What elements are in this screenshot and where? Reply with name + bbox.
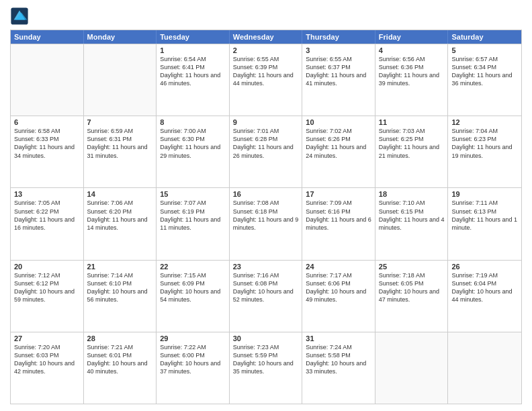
day-number: 22: [160, 263, 226, 271]
day-info: Sunrise: 7:21 AM Sunset: 6:01 PM Dayligh…: [87, 343, 153, 376]
calendar-body: 1Sunrise: 6:54 AM Sunset: 6:41 PM Daylig…: [11, 44, 521, 404]
calendar-cell: 18Sunrise: 7:10 AM Sunset: 6:15 PM Dayli…: [375, 188, 449, 259]
calendar-cell: 4Sunrise: 6:56 AM Sunset: 6:36 PM Daylig…: [375, 44, 449, 116]
day-info: Sunrise: 6:58 AM Sunset: 6:33 PM Dayligh…: [14, 127, 80, 160]
logo-icon: [10, 7, 29, 26]
calendar-cell: 13Sunrise: 7:05 AM Sunset: 6:22 PM Dayli…: [11, 188, 84, 259]
day-info: Sunrise: 7:10 AM Sunset: 6:15 PM Dayligh…: [379, 199, 445, 232]
day-number: 10: [306, 118, 371, 126]
day-number: 16: [233, 190, 299, 198]
day-number: 12: [451, 118, 518, 126]
day-number: 23: [233, 263, 299, 271]
calendar-cell: 23Sunrise: 7:16 AM Sunset: 6:08 PM Dayli…: [230, 261, 303, 332]
day-info: Sunrise: 7:05 AM Sunset: 6:22 PM Dayligh…: [14, 199, 80, 232]
day-info: Sunrise: 7:08 AM Sunset: 6:18 PM Dayligh…: [233, 199, 299, 232]
day-info: Sunrise: 7:00 AM Sunset: 6:30 PM Dayligh…: [160, 127, 226, 160]
calendar-cell: 2Sunrise: 6:55 AM Sunset: 6:39 PM Daylig…: [230, 44, 303, 116]
day-info: Sunrise: 7:06 AM Sunset: 6:20 PM Dayligh…: [87, 199, 153, 232]
day-info: Sunrise: 7:11 AM Sunset: 6:13 PM Dayligh…: [451, 199, 518, 232]
calendar-cell: 28Sunrise: 7:21 AM Sunset: 6:01 PM Dayli…: [84, 332, 157, 404]
day-number: 13: [14, 190, 80, 198]
calendar-row-1: 1Sunrise: 6:54 AM Sunset: 6:41 PM Daylig…: [11, 44, 521, 116]
day-number: 1: [160, 46, 226, 54]
day-number: 20: [14, 263, 80, 271]
day-number: 2: [233, 46, 299, 54]
day-of-week-tuesday: Tuesday: [157, 30, 230, 44]
day-number: 3: [306, 46, 371, 54]
day-info: Sunrise: 7:17 AM Sunset: 6:06 PM Dayligh…: [306, 271, 371, 304]
day-info: Sunrise: 7:04 AM Sunset: 6:23 PM Dayligh…: [451, 127, 518, 160]
day-info: Sunrise: 7:24 AM Sunset: 5:58 PM Dayligh…: [306, 343, 371, 376]
day-number: 14: [87, 190, 153, 198]
calendar-cell: 20Sunrise: 7:12 AM Sunset: 6:12 PM Dayli…: [11, 261, 84, 332]
day-number: 17: [306, 190, 371, 198]
calendar-cell: [11, 44, 84, 116]
calendar-cell: 16Sunrise: 7:08 AM Sunset: 6:18 PM Dayli…: [230, 188, 303, 259]
calendar-cell: 30Sunrise: 7:23 AM Sunset: 5:59 PM Dayli…: [230, 332, 303, 404]
day-number: 25: [379, 263, 445, 271]
calendar-cell: [375, 332, 449, 404]
calendar-row-3: 13Sunrise: 7:05 AM Sunset: 6:22 PM Dayli…: [11, 187, 521, 259]
calendar-cell: 26Sunrise: 7:19 AM Sunset: 6:04 PM Dayli…: [448, 261, 521, 332]
day-info: Sunrise: 7:12 AM Sunset: 6:12 PM Dayligh…: [14, 271, 80, 304]
day-number: 24: [306, 263, 371, 271]
day-number: 19: [451, 190, 518, 198]
day-of-week-wednesday: Wednesday: [230, 30, 303, 44]
calendar-cell: 29Sunrise: 7:22 AM Sunset: 6:00 PM Dayli…: [157, 332, 230, 404]
day-of-week-sunday: Sunday: [11, 30, 84, 44]
calendar-row-2: 6Sunrise: 6:58 AM Sunset: 6:33 PM Daylig…: [11, 116, 521, 187]
calendar-cell: [448, 332, 521, 404]
day-number: 21: [87, 263, 153, 271]
header: [10, 7, 522, 26]
day-info: Sunrise: 7:01 AM Sunset: 6:28 PM Dayligh…: [233, 127, 299, 160]
day-number: 29: [160, 334, 226, 342]
day-info: Sunrise: 7:03 AM Sunset: 6:25 PM Dayligh…: [379, 127, 445, 160]
calendar-cell: 1Sunrise: 6:54 AM Sunset: 6:41 PM Daylig…: [157, 44, 230, 116]
calendar-cell: [84, 44, 157, 116]
day-info: Sunrise: 7:02 AM Sunset: 6:26 PM Dayligh…: [306, 127, 371, 160]
calendar-cell: 8Sunrise: 7:00 AM Sunset: 6:30 PM Daylig…: [157, 116, 230, 187]
calendar-cell: 5Sunrise: 6:57 AM Sunset: 6:34 PM Daylig…: [448, 44, 521, 116]
day-of-week-saturday: Saturday: [448, 30, 521, 44]
day-info: Sunrise: 7:14 AM Sunset: 6:10 PM Dayligh…: [87, 271, 153, 304]
calendar-row-4: 20Sunrise: 7:12 AM Sunset: 6:12 PM Dayli…: [11, 260, 521, 332]
calendar-cell: 10Sunrise: 7:02 AM Sunset: 6:26 PM Dayli…: [302, 116, 375, 187]
calendar-cell: 17Sunrise: 7:09 AM Sunset: 6:16 PM Dayli…: [302, 188, 375, 259]
day-of-week-monday: Monday: [84, 30, 157, 44]
day-info: Sunrise: 6:59 AM Sunset: 6:31 PM Dayligh…: [87, 127, 153, 160]
calendar-row-5: 27Sunrise: 7:20 AM Sunset: 6:03 PM Dayli…: [11, 332, 521, 404]
day-info: Sunrise: 7:22 AM Sunset: 6:00 PM Dayligh…: [160, 343, 226, 376]
day-number: 6: [14, 118, 80, 126]
calendar: SundayMondayTuesdayWednesdayThursdayFrid…: [10, 30, 522, 404]
day-info: Sunrise: 7:20 AM Sunset: 6:03 PM Dayligh…: [14, 343, 80, 376]
page: SundayMondayTuesdayWednesdayThursdayFrid…: [0, 0, 532, 411]
calendar-cell: 12Sunrise: 7:04 AM Sunset: 6:23 PM Dayli…: [448, 116, 521, 187]
day-info: Sunrise: 7:09 AM Sunset: 6:16 PM Dayligh…: [306, 199, 371, 232]
day-of-week-thursday: Thursday: [302, 30, 375, 44]
day-number: 7: [87, 118, 153, 126]
day-number: 9: [233, 118, 299, 126]
calendar-cell: 9Sunrise: 7:01 AM Sunset: 6:28 PM Daylig…: [230, 116, 303, 187]
calendar-cell: 14Sunrise: 7:06 AM Sunset: 6:20 PM Dayli…: [84, 188, 157, 259]
day-info: Sunrise: 7:16 AM Sunset: 6:08 PM Dayligh…: [233, 271, 299, 304]
day-number: 31: [306, 334, 371, 342]
day-info: Sunrise: 7:15 AM Sunset: 6:09 PM Dayligh…: [160, 271, 226, 304]
day-number: 26: [451, 263, 518, 271]
day-number: 11: [379, 118, 445, 126]
calendar-cell: 19Sunrise: 7:11 AM Sunset: 6:13 PM Dayli…: [448, 188, 521, 259]
calendar-cell: 22Sunrise: 7:15 AM Sunset: 6:09 PM Dayli…: [157, 261, 230, 332]
calendar-cell: 15Sunrise: 7:07 AM Sunset: 6:19 PM Dayli…: [157, 188, 230, 259]
day-info: Sunrise: 6:57 AM Sunset: 6:34 PM Dayligh…: [451, 55, 518, 88]
day-of-week-friday: Friday: [375, 30, 449, 44]
day-info: Sunrise: 6:55 AM Sunset: 6:37 PM Dayligh…: [306, 55, 371, 88]
calendar-cell: 25Sunrise: 7:18 AM Sunset: 6:05 PM Dayli…: [375, 261, 449, 332]
logo: [10, 7, 31, 26]
day-number: 4: [379, 46, 445, 54]
day-number: 8: [160, 118, 226, 126]
calendar-cell: 3Sunrise: 6:55 AM Sunset: 6:37 PM Daylig…: [302, 44, 375, 116]
calendar-cell: 11Sunrise: 7:03 AM Sunset: 6:25 PM Dayli…: [375, 116, 449, 187]
day-info: Sunrise: 7:18 AM Sunset: 6:05 PM Dayligh…: [379, 271, 445, 304]
day-info: Sunrise: 7:23 AM Sunset: 5:59 PM Dayligh…: [233, 343, 299, 376]
day-number: 30: [233, 334, 299, 342]
calendar-cell: 27Sunrise: 7:20 AM Sunset: 6:03 PM Dayli…: [11, 332, 84, 404]
